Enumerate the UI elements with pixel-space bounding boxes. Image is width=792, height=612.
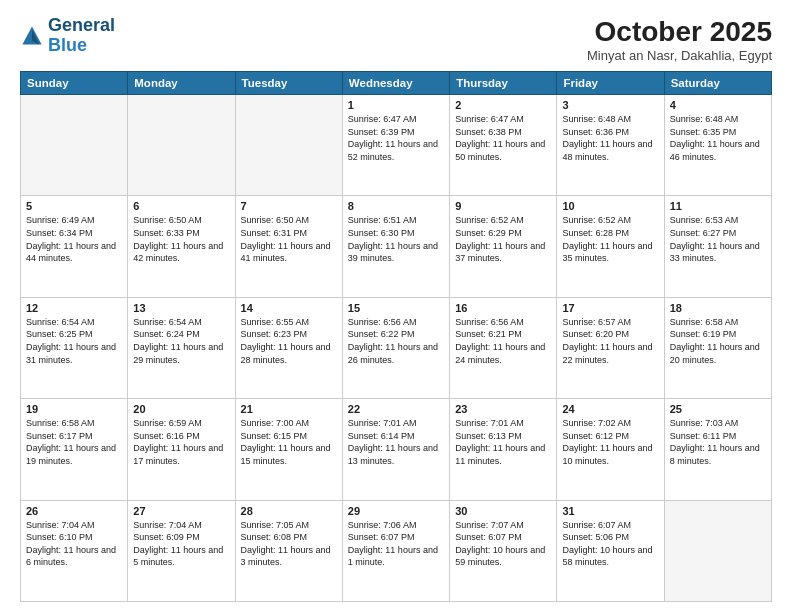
calendar-cell: 18Sunrise: 6:58 AM Sunset: 6:19 PM Dayli… [664,297,771,398]
cell-info: Sunrise: 7:01 AM Sunset: 6:14 PM Dayligh… [348,417,444,467]
day-number: 21 [241,403,337,415]
day-number: 29 [348,505,444,517]
calendar-cell: 8Sunrise: 6:51 AM Sunset: 6:30 PM Daylig… [342,196,449,297]
calendar-cell: 15Sunrise: 6:56 AM Sunset: 6:22 PM Dayli… [342,297,449,398]
cell-info: Sunrise: 6:49 AM Sunset: 6:34 PM Dayligh… [26,214,122,264]
day-number: 23 [455,403,551,415]
cell-info: Sunrise: 7:05 AM Sunset: 6:08 PM Dayligh… [241,519,337,569]
day-number: 10 [562,200,658,212]
cell-info: Sunrise: 6:47 AM Sunset: 6:39 PM Dayligh… [348,113,444,163]
day-number: 2 [455,99,551,111]
col-header-thursday: Thursday [450,72,557,95]
cell-info: Sunrise: 6:57 AM Sunset: 6:20 PM Dayligh… [562,316,658,366]
calendar-cell: 6Sunrise: 6:50 AM Sunset: 6:33 PM Daylig… [128,196,235,297]
cell-info: Sunrise: 6:47 AM Sunset: 6:38 PM Dayligh… [455,113,551,163]
calendar-cell: 16Sunrise: 6:56 AM Sunset: 6:21 PM Dayli… [450,297,557,398]
day-number: 11 [670,200,766,212]
month-title: October 2025 [587,16,772,48]
calendar-cell: 20Sunrise: 6:59 AM Sunset: 6:16 PM Dayli… [128,399,235,500]
location-subtitle: Minyat an Nasr, Dakahlia, Egypt [587,48,772,63]
cell-info: Sunrise: 7:04 AM Sunset: 6:10 PM Dayligh… [26,519,122,569]
calendar-cell: 1Sunrise: 6:47 AM Sunset: 6:39 PM Daylig… [342,95,449,196]
day-number: 30 [455,505,551,517]
calendar-cell: 13Sunrise: 6:54 AM Sunset: 6:24 PM Dayli… [128,297,235,398]
day-number: 3 [562,99,658,111]
calendar-cell: 19Sunrise: 6:58 AM Sunset: 6:17 PM Dayli… [21,399,128,500]
cell-info: Sunrise: 7:04 AM Sunset: 6:09 PM Dayligh… [133,519,229,569]
calendar-cell: 7Sunrise: 6:50 AM Sunset: 6:31 PM Daylig… [235,196,342,297]
day-number: 4 [670,99,766,111]
calendar-cell: 26Sunrise: 7:04 AM Sunset: 6:10 PM Dayli… [21,500,128,601]
calendar-cell: 31Sunrise: 6:07 AM Sunset: 5:06 PM Dayli… [557,500,664,601]
day-number: 17 [562,302,658,314]
calendar-cell: 14Sunrise: 6:55 AM Sunset: 6:23 PM Dayli… [235,297,342,398]
day-number: 9 [455,200,551,212]
day-number: 8 [348,200,444,212]
cell-info: Sunrise: 6:51 AM Sunset: 6:30 PM Dayligh… [348,214,444,264]
cell-info: Sunrise: 6:50 AM Sunset: 6:33 PM Dayligh… [133,214,229,264]
calendar-cell: 2Sunrise: 6:47 AM Sunset: 6:38 PM Daylig… [450,95,557,196]
cell-info: Sunrise: 6:54 AM Sunset: 6:25 PM Dayligh… [26,316,122,366]
calendar-cell: 5Sunrise: 6:49 AM Sunset: 6:34 PM Daylig… [21,196,128,297]
day-number: 5 [26,200,122,212]
calendar-cell: 28Sunrise: 7:05 AM Sunset: 6:08 PM Dayli… [235,500,342,601]
calendar-week-1: 1Sunrise: 6:47 AM Sunset: 6:39 PM Daylig… [21,95,772,196]
day-number: 31 [562,505,658,517]
calendar-cell: 17Sunrise: 6:57 AM Sunset: 6:20 PM Dayli… [557,297,664,398]
calendar-cell: 23Sunrise: 7:01 AM Sunset: 6:13 PM Dayli… [450,399,557,500]
day-number: 16 [455,302,551,314]
calendar-week-2: 5Sunrise: 6:49 AM Sunset: 6:34 PM Daylig… [21,196,772,297]
calendar-week-3: 12Sunrise: 6:54 AM Sunset: 6:25 PM Dayli… [21,297,772,398]
calendar-cell: 22Sunrise: 7:01 AM Sunset: 6:14 PM Dayli… [342,399,449,500]
logo-line2: Blue [48,35,87,55]
day-number: 13 [133,302,229,314]
calendar-cell: 27Sunrise: 7:04 AM Sunset: 6:09 PM Dayli… [128,500,235,601]
logo-icon [20,24,44,48]
col-header-monday: Monday [128,72,235,95]
cell-info: Sunrise: 6:48 AM Sunset: 6:35 PM Dayligh… [670,113,766,163]
calendar-cell: 24Sunrise: 7:02 AM Sunset: 6:12 PM Dayli… [557,399,664,500]
cell-info: Sunrise: 6:53 AM Sunset: 6:27 PM Dayligh… [670,214,766,264]
day-number: 28 [241,505,337,517]
cell-info: Sunrise: 6:52 AM Sunset: 6:28 PM Dayligh… [562,214,658,264]
cell-info: Sunrise: 6:58 AM Sunset: 6:19 PM Dayligh… [670,316,766,366]
cell-info: Sunrise: 7:01 AM Sunset: 6:13 PM Dayligh… [455,417,551,467]
day-number: 12 [26,302,122,314]
calendar-week-4: 19Sunrise: 6:58 AM Sunset: 6:17 PM Dayli… [21,399,772,500]
cell-info: Sunrise: 7:03 AM Sunset: 6:11 PM Dayligh… [670,417,766,467]
day-number: 18 [670,302,766,314]
cell-info: Sunrise: 6:52 AM Sunset: 6:29 PM Dayligh… [455,214,551,264]
cell-info: Sunrise: 7:02 AM Sunset: 6:12 PM Dayligh… [562,417,658,467]
calendar-cell: 30Sunrise: 7:07 AM Sunset: 6:07 PM Dayli… [450,500,557,601]
title-block: October 2025 Minyat an Nasr, Dakahlia, E… [587,16,772,63]
day-number: 20 [133,403,229,415]
calendar-header-row: SundayMondayTuesdayWednesdayThursdayFrid… [21,72,772,95]
cell-info: Sunrise: 6:58 AM Sunset: 6:17 PM Dayligh… [26,417,122,467]
calendar-cell: 12Sunrise: 6:54 AM Sunset: 6:25 PM Dayli… [21,297,128,398]
col-header-wednesday: Wednesday [342,72,449,95]
day-number: 25 [670,403,766,415]
calendar-cell: 29Sunrise: 7:06 AM Sunset: 6:07 PM Dayli… [342,500,449,601]
cell-info: Sunrise: 6:55 AM Sunset: 6:23 PM Dayligh… [241,316,337,366]
col-header-tuesday: Tuesday [235,72,342,95]
col-header-saturday: Saturday [664,72,771,95]
day-number: 7 [241,200,337,212]
day-number: 19 [26,403,122,415]
cell-info: Sunrise: 6:48 AM Sunset: 6:36 PM Dayligh… [562,113,658,163]
cell-info: Sunrise: 6:56 AM Sunset: 6:21 PM Dayligh… [455,316,551,366]
calendar-cell: 11Sunrise: 6:53 AM Sunset: 6:27 PM Dayli… [664,196,771,297]
calendar-cell: 10Sunrise: 6:52 AM Sunset: 6:28 PM Dayli… [557,196,664,297]
calendar-week-5: 26Sunrise: 7:04 AM Sunset: 6:10 PM Dayli… [21,500,772,601]
day-number: 26 [26,505,122,517]
col-header-sunday: Sunday [21,72,128,95]
logo: General Blue [20,16,115,56]
page: General Blue October 2025 Minyat an Nasr… [0,0,792,612]
calendar-cell: 9Sunrise: 6:52 AM Sunset: 6:29 PM Daylig… [450,196,557,297]
calendar-cell: 4Sunrise: 6:48 AM Sunset: 6:35 PM Daylig… [664,95,771,196]
calendar-cell [664,500,771,601]
cell-info: Sunrise: 7:00 AM Sunset: 6:15 PM Dayligh… [241,417,337,467]
day-number: 15 [348,302,444,314]
calendar-cell [21,95,128,196]
cell-info: Sunrise: 7:06 AM Sunset: 6:07 PM Dayligh… [348,519,444,569]
day-number: 22 [348,403,444,415]
